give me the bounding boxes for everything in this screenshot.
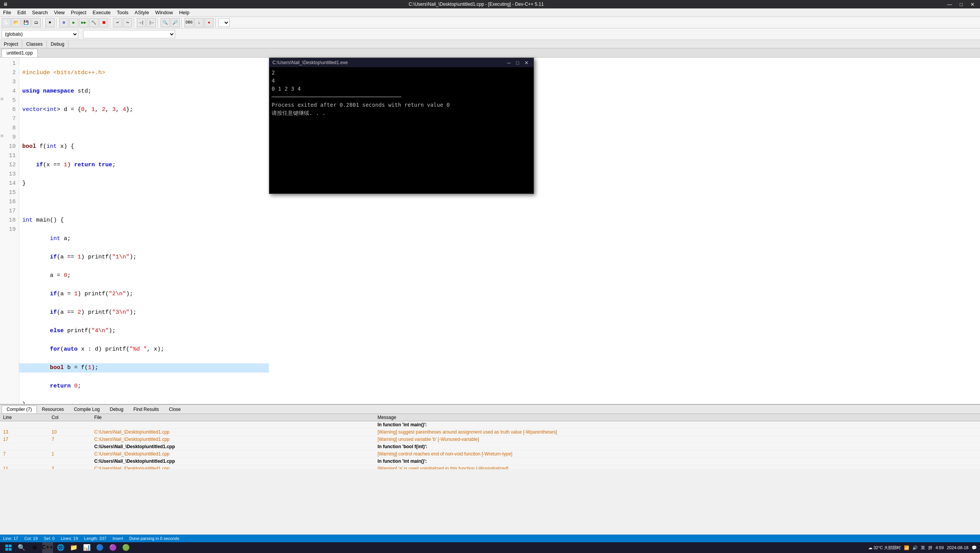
taskview-button[interactable]: ⊞: [29, 542, 40, 553]
debug-button[interactable]: DBG: [184, 18, 194, 27]
btab-resources[interactable]: Resources: [37, 406, 69, 413]
taskbar-notif[interactable]: 💬: [972, 545, 977, 550]
compiler-cell-col: 1: [48, 450, 91, 458]
taskbar-date: 2024-08-18: [947, 545, 968, 550]
step-button[interactable]: ↓: [194, 18, 204, 27]
stop-button[interactable]: ⏹: [99, 18, 108, 27]
taskbar-input[interactable]: 拼: [928, 545, 932, 551]
console-output-line2: 4: [272, 77, 531, 85]
function-dropdown[interactable]: [83, 30, 175, 38]
col-header-file: File: [91, 414, 374, 421]
status-sel: Sel: 0: [44, 536, 55, 541]
nav-project[interactable]: Project: [0, 41, 22, 48]
app6-taskbar-icon[interactable]: 🟣: [108, 542, 118, 553]
compiler-cell-message: In function 'int main()':: [375, 458, 980, 465]
console-output-line4: ────────────────────────────────────────: [272, 93, 531, 101]
btab-compile-log[interactable]: Compile Log: [69, 406, 104, 413]
save-all-button[interactable]: 🗂: [32, 18, 41, 27]
menu-help[interactable]: Help: [176, 9, 192, 16]
line-num-6: 6: [0, 105, 19, 114]
line-num-10: 10: [0, 142, 19, 151]
btab-find-results[interactable]: Find Results: [128, 406, 164, 413]
menu-window[interactable]: Window: [152, 9, 176, 16]
breakpoint-button[interactable]: ●: [204, 18, 214, 27]
save-button[interactable]: 💾: [22, 18, 31, 27]
menu-view[interactable]: View: [51, 9, 68, 16]
navtabs: Project Classes Debug: [0, 40, 980, 48]
status-mode: Insert: [113, 536, 123, 541]
app5-taskbar-icon[interactable]: 🔵: [95, 542, 105, 553]
search-taskbar-button[interactable]: 🔍: [16, 542, 27, 553]
sep2: [56, 18, 58, 27]
indent-button[interactable]: →|: [137, 18, 146, 27]
code-line-14: if(a == 2) printf("3\n");: [22, 308, 266, 317]
btab-compiler[interactable]: Compiler (7): [2, 406, 37, 413]
minimize-button[interactable]: —: [945, 2, 954, 7]
compiler-dropdown[interactable]: TDM-GCC 4.9.2 64-bit Debug: [218, 18, 230, 27]
start-button[interactable]: [3, 542, 14, 553]
compiler-cell-file: C:\Users\Nail_\Desktop\untitled1.cpp: [91, 450, 374, 458]
taskbar-lang[interactable]: 英: [921, 545, 925, 551]
menu-tools[interactable]: Tools: [114, 9, 131, 16]
sep1: [42, 18, 44, 27]
code-line-1: #include <bits/stdc++.h>: [22, 68, 266, 78]
compiler-cell-line: 7: [0, 450, 48, 458]
files-taskbar-icon[interactable]: 📁: [68, 542, 79, 553]
btab-debug[interactable]: Debug: [105, 406, 128, 413]
svg-rect-3: [9, 548, 12, 551]
app4-taskbar-icon[interactable]: 📊: [81, 542, 92, 553]
compiler-tbody: In function 'int main()':1310C:\Users\Na…: [0, 421, 980, 470]
nav-classes[interactable]: Classes: [22, 41, 47, 48]
replace-button[interactable]: 🔎: [171, 18, 180, 27]
menu-search[interactable]: Search: [29, 9, 51, 16]
line-num-18: 18: [0, 216, 19, 225]
compiler-cell-file: [91, 421, 374, 429]
line-num-3: 3: [0, 78, 19, 87]
taskbar: 🔍 ⊞ C++ 🌐 📁 📊 🔵 🟣 🟢 ☁ 32°C 大部阴时 📶 🔊 英 拼 …: [0, 542, 980, 553]
line-num-16: 16: [0, 197, 19, 207]
compiler-table: Line Col File Message In function 'int m…: [0, 414, 980, 469]
maximize-button[interactable]: □: [957, 2, 965, 7]
menu-execute[interactable]: Execute: [90, 9, 114, 16]
nav-debug[interactable]: Debug: [47, 41, 68, 48]
menu-project[interactable]: Project: [68, 9, 90, 16]
close-file-button[interactable]: ✖: [45, 18, 55, 27]
run-button[interactable]: ▶: [69, 18, 78, 27]
close-button[interactable]: ✕: [968, 2, 977, 7]
menu-astyle[interactable]: AStyle: [131, 9, 152, 16]
code-line-3: vector<int> d = {0, 1, 2, 3, 4};: [22, 105, 266, 114]
compiler-cell-line: 11: [0, 465, 48, 470]
line-num-15: 15: [0, 188, 19, 197]
toolbar1: 📄 📂 💾 🗂 ✖ ⚙ ▶ ▶▶ 🔨 ⏹ ↩ ↪ →| |← 🔍 🔎 DBG ↓…: [0, 17, 980, 28]
rebuild-button[interactable]: 🔨: [89, 18, 98, 27]
compiler-cell-col: [48, 443, 91, 450]
redo-button[interactable]: ↪: [123, 18, 132, 27]
compiler-row: C:\Users\Nail_\Desktop\untitled1.cppIn f…: [0, 458, 980, 465]
line-num-9: 9: [0, 133, 19, 142]
chrome-taskbar-icon[interactable]: 🌐: [55, 542, 66, 553]
console-minimize[interactable]: ─: [505, 60, 512, 66]
menu-file[interactable]: File: [0, 9, 14, 16]
col-header-col: Col: [48, 414, 91, 421]
console-close[interactable]: ✕: [522, 60, 531, 66]
code-line-2: using namespace std;: [22, 87, 266, 96]
find-button[interactable]: 🔍: [161, 18, 170, 27]
code-line-7: }: [22, 179, 266, 188]
line-num-14: 14: [0, 179, 19, 188]
file-tab[interactable]: untitled1.cpp: [2, 49, 38, 57]
console-body: 2 4 0 1 2 3 4 ──────────────────────────…: [269, 67, 534, 194]
devcpp-taskbar-icon[interactable]: C++: [42, 542, 53, 553]
console-maximize[interactable]: □: [514, 60, 521, 66]
menu-edit[interactable]: Edit: [14, 9, 29, 16]
compiler-row: 112C:\Users\Nail_\Desktop\untitled1.cpp[…: [0, 465, 980, 470]
compile-button[interactable]: ⚙: [59, 18, 68, 27]
scope-dropdown[interactable]: (globals): [2, 30, 78, 38]
new-button[interactable]: 📄: [2, 18, 11, 27]
compile-run-button[interactable]: ▶▶: [79, 18, 88, 27]
unindent-button[interactable]: |←: [147, 18, 156, 27]
open-button[interactable]: 📂: [12, 18, 21, 27]
code-line-10: int a;: [22, 234, 266, 243]
app7-taskbar-icon[interactable]: 🟢: [121, 542, 131, 553]
btab-close[interactable]: Close: [164, 406, 186, 413]
undo-button[interactable]: ↩: [113, 18, 122, 27]
